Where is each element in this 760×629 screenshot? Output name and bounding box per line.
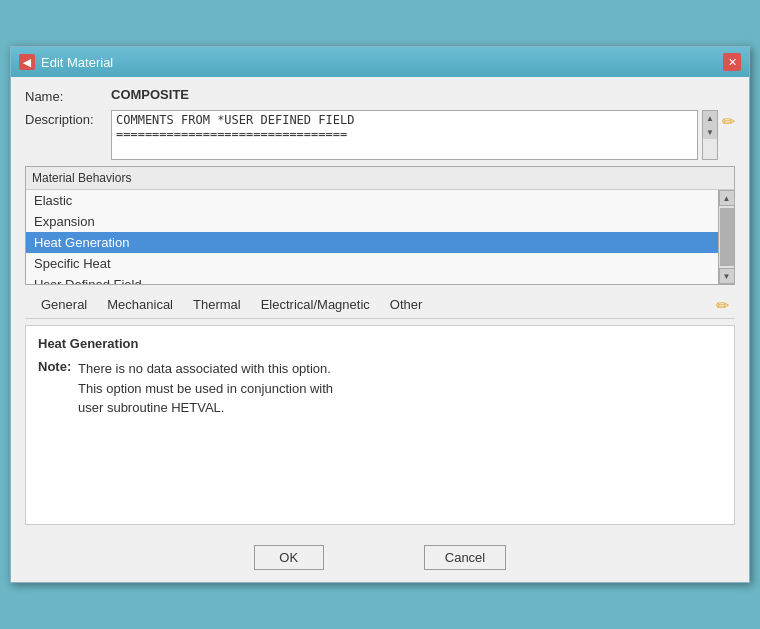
content-title: Heat Generation: [38, 336, 722, 351]
tab-thermal[interactable]: Thermal: [183, 293, 251, 318]
behaviors-scrollbar: ▲ ▼: [718, 190, 734, 284]
cancel-button[interactable]: Cancel: [424, 545, 506, 570]
content-area: Heat Generation Note: There is no data a…: [25, 325, 735, 525]
behaviors-scroll-up[interactable]: ▲: [719, 190, 735, 206]
dialog-body: Name: COMPOSITE Description: ▲ ▼ ✏ Mater…: [11, 77, 749, 535]
behavior-user-defined-field[interactable]: User Defined Field: [26, 274, 718, 284]
note-text: There is no data associated with this op…: [78, 359, 333, 418]
name-row: Name: COMPOSITE: [25, 87, 735, 104]
material-behaviors-group: Material Behaviors Elastic Expansion Hea…: [25, 166, 735, 285]
note-label: Note:: [38, 359, 74, 374]
app-icon: ◀: [19, 54, 35, 70]
tab-mechanical[interactable]: Mechanical: [97, 293, 183, 318]
behaviors-list: Elastic Expansion Heat Generation Specif…: [26, 190, 734, 284]
name-label: Name:: [25, 87, 105, 104]
behavior-heat-generation[interactable]: Heat Generation: [26, 232, 718, 253]
tab-general[interactable]: General: [31, 293, 97, 318]
tab-edit-icon[interactable]: ✏: [716, 296, 729, 315]
desc-scroll-up-button[interactable]: ▲: [703, 111, 717, 125]
tab-other[interactable]: Other: [380, 293, 433, 318]
edit-material-dialog: ◀ Edit Material ✕ Name: COMPOSITE Descri…: [10, 46, 750, 583]
behavior-elastic[interactable]: Elastic: [26, 190, 718, 211]
description-textarea[interactable]: [111, 110, 698, 160]
close-button[interactable]: ✕: [723, 53, 741, 71]
dialog-footer: OK Cancel: [11, 535, 749, 582]
description-label: Description:: [25, 110, 105, 127]
title-bar-left: ◀ Edit Material: [19, 54, 113, 70]
behavior-specific-heat[interactable]: Specific Heat: [26, 253, 718, 274]
title-bar: ◀ Edit Material ✕: [11, 47, 749, 77]
name-value: COMPOSITE: [111, 87, 189, 102]
behaviors-scroll-thumb: [720, 208, 734, 266]
desc-scroll-down-button[interactable]: ▼: [703, 125, 717, 139]
tabs-bar: General Mechanical Thermal Electrical/Ma…: [25, 293, 735, 319]
behaviors-list-content: Elastic Expansion Heat Generation Specif…: [26, 190, 718, 284]
note-row: Note: There is no data associated with t…: [38, 359, 722, 418]
description-row: Description: ▲ ▼ ✏: [25, 110, 735, 160]
description-edit-icon[interactable]: ✏: [722, 110, 735, 131]
description-wrapper: ▲ ▼ ✏: [111, 110, 735, 160]
tab-electrical-magnetic[interactable]: Electrical/Magnetic: [251, 293, 380, 318]
description-scrollbar: ▲ ▼: [702, 110, 718, 160]
behavior-expansion[interactable]: Expansion: [26, 211, 718, 232]
behaviors-header: Material Behaviors: [26, 167, 734, 190]
ok-button[interactable]: OK: [254, 545, 324, 570]
dialog-title: Edit Material: [41, 55, 113, 70]
behaviors-scroll-down[interactable]: ▼: [719, 268, 735, 284]
